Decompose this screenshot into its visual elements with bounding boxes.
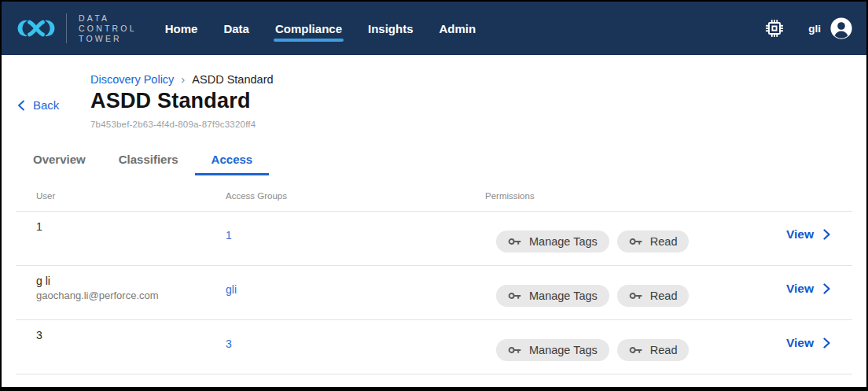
key-icon bbox=[508, 237, 522, 246]
permission-chip: Read bbox=[617, 285, 690, 307]
memory-chip-icon[interactable] bbox=[764, 18, 785, 39]
brand-line: TOWER bbox=[79, 34, 137, 44]
main-nav: HomeDataComplianceInsightsAdmin bbox=[164, 2, 477, 55]
table-body: 11Manage TagsReadViewg ligaochang.li@per… bbox=[16, 212, 852, 374]
user-cell: 1 bbox=[16, 212, 226, 265]
access-table: User Access Groups Permissions 11Manage … bbox=[16, 175, 852, 374]
column-header-actions bbox=[758, 191, 852, 201]
view-link[interactable]: View bbox=[786, 227, 830, 242]
user-cell: g ligaochang.li@perforce.com bbox=[16, 266, 226, 319]
chevron-right-icon bbox=[823, 229, 830, 240]
table-row: 33Manage TagsReadView bbox=[16, 320, 852, 374]
top-navbar: DATA CONTROL TOWER HomeDataComplianceIns… bbox=[2, 2, 866, 55]
permission-chip: Manage Tags bbox=[496, 285, 609, 307]
brand-divider bbox=[66, 13, 67, 43]
chevron-right-icon bbox=[823, 283, 830, 294]
user-name: 3 bbox=[36, 329, 226, 341]
key-icon bbox=[629, 345, 643, 355]
key-icon bbox=[508, 291, 522, 301]
brand-wordmark: DATA CONTROL TOWER bbox=[79, 13, 137, 44]
table-header-row: User Access Groups Permissions bbox=[16, 175, 852, 212]
brand-line: DATA bbox=[79, 13, 137, 24]
access-group-cell: gli bbox=[226, 266, 485, 319]
access-group-cell: 3 bbox=[226, 320, 485, 374]
dct-logo-icon bbox=[17, 14, 55, 42]
back-button[interactable]: Back bbox=[17, 98, 90, 112]
view-link-label: View bbox=[786, 227, 814, 242]
account-circle-icon[interactable] bbox=[830, 17, 852, 39]
breadcrumb: Discovery Policy › ASDD Standard bbox=[90, 72, 274, 86]
table-row: g ligaochang.li@perforce.comgliManage Ta… bbox=[16, 266, 852, 320]
page-title: ASDD Standard bbox=[90, 89, 274, 113]
tab-bar: OverviewClassifiersAccess bbox=[2, 153, 866, 175]
navbar-right: gli bbox=[764, 17, 852, 39]
nav-item-home[interactable]: Home bbox=[164, 2, 200, 55]
page-header: Back Discovery Policy › ASDD Standard AS… bbox=[2, 72, 866, 129]
view-link[interactable]: View bbox=[786, 282, 830, 296]
column-header-permissions: Permissions bbox=[485, 191, 758, 201]
app-window: DATA CONTROL TOWER HomeDataComplianceIns… bbox=[0, 0, 868, 391]
permission-chip-label: Manage Tags bbox=[529, 344, 598, 356]
tab-classifiers[interactable]: Classifiers bbox=[102, 153, 195, 175]
user-name: g li bbox=[36, 275, 226, 287]
permission-chip-label: Read bbox=[650, 344, 678, 356]
column-header-user: User bbox=[16, 191, 226, 201]
brand: DATA CONTROL TOWER bbox=[17, 13, 137, 44]
tab-access[interactable]: Access bbox=[195, 153, 270, 175]
actions-cell: View bbox=[758, 320, 852, 374]
access-group-cell: 1 bbox=[226, 212, 485, 265]
chevron-left-icon bbox=[17, 100, 25, 111]
permissions-cell: Manage TagsRead bbox=[485, 266, 758, 319]
brand-line: CONTROL bbox=[79, 24, 137, 34]
view-link-label: View bbox=[786, 336, 814, 350]
tab-overview[interactable]: Overview bbox=[17, 153, 102, 175]
back-label: Back bbox=[33, 98, 59, 112]
view-link[interactable]: View bbox=[786, 336, 830, 350]
page-title-block: Discovery Policy › ASDD Standard ASDD St… bbox=[90, 72, 274, 129]
chevron-right-icon bbox=[823, 338, 830, 349]
permission-chip: Manage Tags bbox=[496, 339, 609, 361]
nav-item-compliance[interactable]: Compliance bbox=[274, 2, 344, 55]
access-group-link[interactable]: gli bbox=[226, 283, 237, 296]
breadcrumb-separator: › bbox=[181, 72, 185, 86]
breadcrumb-parent-link[interactable]: Discovery Policy bbox=[90, 73, 174, 86]
user-cell: 3 bbox=[16, 320, 226, 374]
key-icon bbox=[629, 291, 643, 301]
permissions-cell: Manage TagsRead bbox=[485, 212, 758, 265]
access-group-link[interactable]: 3 bbox=[226, 338, 232, 350]
permission-chip: Manage Tags bbox=[496, 231, 609, 253]
permission-chip-label: Manage Tags bbox=[529, 290, 598, 302]
permission-chip-label: Read bbox=[650, 235, 678, 248]
permission-chip: Read bbox=[617, 339, 690, 361]
permission-chip-label: Manage Tags bbox=[529, 235, 598, 248]
user-name: 1 bbox=[36, 220, 226, 233]
key-icon bbox=[508, 345, 522, 355]
nav-item-data[interactable]: Data bbox=[222, 2, 251, 55]
table-row: 11Manage TagsReadView bbox=[16, 212, 852, 266]
permission-chip-label: Read bbox=[650, 290, 678, 302]
nav-item-insights[interactable]: Insights bbox=[366, 2, 415, 55]
permissions-cell: Manage TagsRead bbox=[485, 320, 758, 374]
nav-item-admin[interactable]: Admin bbox=[438, 2, 478, 55]
view-link-label: View bbox=[786, 282, 814, 296]
username-label: gli bbox=[808, 23, 821, 35]
column-header-access-groups: Access Groups bbox=[226, 191, 485, 201]
access-group-link[interactable]: 1 bbox=[226, 229, 232, 242]
user-email: gaochang.li@perforce.com bbox=[36, 290, 226, 301]
policy-uuid: 7b453bef-2b63-4f4d-809a-87f9c3320ff4 bbox=[90, 120, 274, 129]
actions-cell: View bbox=[758, 266, 852, 319]
actions-cell: View bbox=[758, 212, 852, 265]
permission-chip: Read bbox=[617, 231, 690, 253]
breadcrumb-current: ASDD Standard bbox=[192, 73, 273, 86]
key-icon bbox=[629, 237, 643, 246]
